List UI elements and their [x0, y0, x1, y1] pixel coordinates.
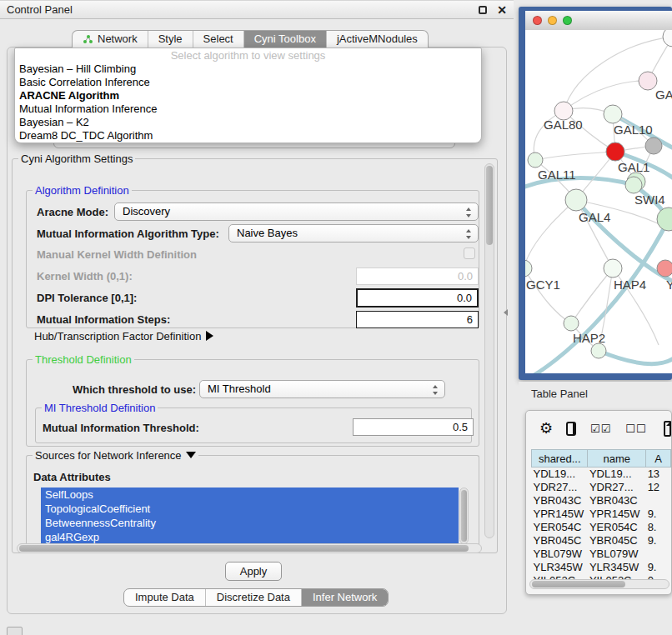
network-node-gal10[interactable]	[604, 105, 622, 123]
table-row[interactable]: YDR27...YDR27...12	[532, 481, 671, 494]
table-cell[interactable]: YBR043C	[532, 494, 588, 508]
table-cell[interactable]: YBL079W	[588, 548, 646, 561]
table-cell[interactable]: YDR27...	[532, 481, 588, 494]
bottom-corner-button[interactable]	[7, 627, 23, 635]
data-attributes-list[interactable]: SelfLoopsTopologicalCoefficientBetweenne…	[41, 488, 459, 544]
table-cell[interactable]: YDL19...	[532, 468, 588, 481]
which-threshold-select[interactable]: MI Threshold	[199, 380, 445, 398]
network-edge[interactable]	[599, 351, 672, 364]
node-attribute-table[interactable]: shared...nameAYDL19...YDL19...13YDR27...…	[531, 449, 671, 588]
table-cell[interactable]: 12	[646, 481, 671, 494]
network-node-gcy1[interactable]	[525, 260, 532, 277]
gear-icon[interactable]: ⚙	[539, 420, 553, 437]
table-cell[interactable]	[646, 494, 671, 508]
table-cell[interactable]: YDL19...	[588, 468, 646, 481]
column-header-2[interactable]: name	[588, 450, 646, 468]
tab-infer-network[interactable]: Infer Network	[301, 589, 388, 606]
zoom-traffic-light-icon[interactable]	[563, 16, 572, 25]
algorithm-option[interactable]: Mutual Information Inference	[15, 102, 481, 116]
settings-hscrollbar-thumb[interactable]	[19, 545, 469, 552]
attributes-scrollbar-thumb[interactable]	[461, 490, 467, 542]
table-row[interactable]: YPR145WYPR145W9.	[532, 508, 671, 521]
algorithm-option[interactable]: Dream8 DC_TDC Algorithm	[15, 129, 481, 142]
network-edge[interactable]	[525, 200, 576, 268]
table-cell[interactable]: 13	[646, 468, 671, 481]
settings-vertical-scrollbar[interactable]	[484, 163, 494, 538]
network-node[interactable]	[663, 30, 672, 47]
table-cell[interactable]: YBR045C	[588, 534, 646, 548]
hub-tf-definition-expander[interactable]: Hub/Transcription Factor Definition	[34, 330, 213, 342]
network-node-hap2[interactable]	[564, 316, 579, 331]
network-node-y[interactable]	[657, 260, 672, 277]
mi-steps-input[interactable]: 6	[356, 311, 479, 328]
new-table-icon[interactable]	[664, 421, 671, 437]
column-header-1[interactable]: shared...	[532, 450, 588, 468]
kernel-width-input[interactable]: 0.0	[356, 268, 479, 285]
network-canvas[interactable]: GALGAL80GAL10GAL1GAL11SWI4GAL4GCY1HAP4YH…	[525, 30, 672, 373]
settings-scrollbar-thumb[interactable]	[486, 166, 493, 245]
algorithm-option[interactable]: Bayesian – Hill Climbing	[15, 62, 481, 76]
mi-algorithm-type-select[interactable]: Naive Bayes	[228, 224, 479, 242]
attributes-vertical-scrollbar[interactable]	[459, 488, 469, 544]
network-edge[interactable]	[571, 268, 613, 323]
table-cell[interactable]: 9.	[646, 561, 671, 574]
tab-network[interactable]: Network	[73, 31, 148, 48]
float-window-icon[interactable]	[479, 6, 487, 14]
tab-select[interactable]: Select	[193, 31, 243, 48]
table-row[interactable]: YBR043CYBR043C	[532, 494, 671, 508]
apply-button[interactable]: Apply	[225, 562, 282, 581]
network-node-gal4[interactable]	[565, 189, 587, 211]
network-node-swi4[interactable]	[625, 177, 642, 193]
sources-title[interactable]: Sources for Network Inference	[33, 449, 198, 462]
table-cell[interactable]: YDR27...	[588, 481, 646, 494]
select-all-checkboxes-icon[interactable]: ☑☑	[590, 422, 611, 435]
close-icon[interactable]: ✕	[497, 6, 507, 14]
table-hscrollbar-thumb[interactable]	[532, 581, 625, 588]
table-cell[interactable]: YER054C	[532, 521, 588, 534]
table-cell[interactable]	[646, 548, 671, 561]
attribute-item[interactable]: SelfLoops	[41, 488, 459, 502]
dpi-tolerance-input[interactable]: 0.0	[356, 288, 479, 308]
network-node-gal[interactable]	[639, 72, 657, 90]
network-node-gal1[interactable]	[606, 142, 624, 161]
table-row[interactable]: YDL19...YDL19...13	[532, 468, 671, 481]
table-horizontal-scrollbar[interactable]	[529, 579, 669, 589]
algorithm-option[interactable]: Bayesian – K2	[15, 116, 481, 129]
table-cell[interactable]: YBR045C	[532, 534, 588, 548]
table-cell[interactable]: 9.	[646, 534, 671, 548]
table-cell[interactable]: YLR345W	[532, 561, 588, 574]
tab-jactivemnodules[interactable]: jActiveMNodules	[326, 31, 428, 48]
table-cell[interactable]: YBR043C	[588, 494, 646, 508]
algorithm-option[interactable]: Basic Correlation Inference	[15, 76, 481, 89]
network-node[interactable]	[657, 208, 672, 231]
network-node[interactable]	[591, 343, 606, 358]
deselect-all-checkboxes-icon[interactable]: ☐☐	[625, 422, 646, 435]
table-row[interactable]: YBR045CYBR045C9.	[532, 534, 671, 548]
mi-threshold-input[interactable]: 0.5	[353, 418, 474, 436]
minimize-traffic-light-icon[interactable]	[548, 16, 557, 25]
aracne-mode-select[interactable]: Discovery	[114, 202, 479, 221]
settings-horizontal-scrollbar[interactable]	[17, 543, 482, 553]
network-node-hap4[interactable]	[604, 259, 622, 278]
algorithm-option[interactable]: ARACNE Algorithm	[15, 89, 481, 102]
network-node[interactable]	[645, 138, 662, 154]
split-pane-handle-icon[interactable]	[504, 309, 508, 316]
network-edge[interactable]	[564, 81, 648, 111]
table-cell[interactable]: YPR145W	[532, 508, 588, 521]
columns-icon[interactable]	[566, 422, 576, 436]
tab-impute-data[interactable]: Impute Data	[124, 589, 205, 606]
tab-cyni-toolbox[interactable]: Cyni Toolbox	[243, 31, 326, 48]
attribute-item[interactable]: gal4RGexp	[41, 530, 459, 544]
network-node-gal11[interactable]	[528, 152, 543, 168]
attribute-item[interactable]: BetweennessCentrality	[41, 516, 459, 530]
table-row[interactable]: YER054CYER054C8.	[532, 521, 671, 534]
table-row[interactable]: YBL079WYBL079W	[532, 548, 671, 561]
column-header-3[interactable]: A	[646, 450, 671, 468]
attribute-item[interactable]: TopologicalCoefficient	[41, 502, 459, 516]
table-cell[interactable]: YBL079W	[532, 548, 588, 561]
tab-style[interactable]: Style	[148, 31, 193, 48]
table-row[interactable]: YLR345WYLR345W9.	[532, 561, 671, 574]
table-cell[interactable]: YLR345W	[588, 561, 646, 574]
table-cell[interactable]: YPR145W	[588, 508, 646, 521]
table-cell[interactable]: 8.	[646, 521, 671, 534]
